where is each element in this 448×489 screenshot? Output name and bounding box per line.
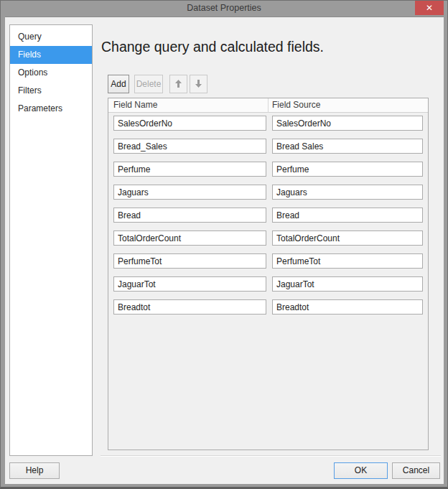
field-name-input[interactable]	[113, 185, 266, 200]
down-arrow-icon	[190, 80, 207, 88]
table-row	[108, 116, 428, 131]
column-header-field-name: Field Name	[113, 100, 157, 110]
sidebar-item-fields[interactable]: Fields	[10, 46, 92, 64]
field-name-input[interactable]	[113, 162, 266, 177]
sidebar-item-filters[interactable]: Filters	[10, 82, 92, 100]
field-source-input[interactable]	[272, 299, 423, 315]
field-source-input[interactable]	[272, 276, 423, 292]
delete-button[interactable]: Delete	[134, 75, 163, 93]
field-source-input[interactable]	[272, 139, 423, 154]
add-button[interactable]: Add	[108, 75, 129, 93]
help-button[interactable]: Help	[9, 462, 60, 479]
sidebar-nav: Query Fields Options Filters Parameters	[9, 24, 93, 456]
field-name-input[interactable]	[113, 116, 266, 131]
sidebar-item-options[interactable]: Options	[10, 64, 92, 82]
table-row	[108, 299, 428, 315]
field-source-input[interactable]	[272, 185, 423, 200]
table-row	[108, 185, 428, 200]
cancel-button[interactable]: Cancel	[392, 462, 440, 479]
window-title: Dataset Properties	[1, 3, 447, 13]
move-down-button[interactable]	[190, 75, 207, 93]
sidebar-item-parameters[interactable]: Parameters	[10, 100, 92, 118]
field-name-input[interactable]	[113, 139, 266, 154]
sidebar-item-query[interactable]: Query	[10, 28, 92, 46]
page-title: Change query and calculated fields.	[101, 39, 324, 55]
field-name-input[interactable]	[113, 299, 266, 315]
close-icon[interactable]: ✕	[415, 1, 444, 15]
up-arrow-icon	[170, 80, 187, 88]
field-name-input[interactable]	[113, 208, 266, 223]
table-row	[108, 162, 428, 177]
field-name-input[interactable]	[113, 276, 266, 292]
field-name-input[interactable]	[113, 230, 266, 246]
ok-button[interactable]: OK	[334, 462, 388, 479]
table-row	[108, 230, 428, 246]
table-row	[108, 276, 428, 292]
field-source-input[interactable]	[272, 253, 423, 269]
title-bar[interactable]: Dataset Properties ✕	[1, 1, 447, 16]
dialog-body: Query Fields Options Filters Parameters …	[5, 17, 444, 484]
field-name-input[interactable]	[113, 253, 266, 269]
fields-table: Field Name Field Source	[108, 98, 429, 450]
footer-separator	[101, 455, 441, 457]
table-row	[108, 208, 428, 223]
field-source-input[interactable]	[272, 162, 423, 177]
field-rows	[108, 113, 428, 450]
dataset-properties-dialog: Dataset Properties ✕ Query Fields Option…	[0, 0, 448, 489]
column-header-field-source: Field Source	[272, 100, 320, 110]
move-up-button[interactable]	[169, 75, 187, 93]
field-source-input[interactable]	[272, 208, 423, 223]
table-row	[108, 139, 428, 154]
fields-table-header: Field Name Field Source	[108, 98, 428, 113]
column-divider	[268, 98, 269, 113]
table-row	[108, 253, 428, 269]
field-source-input[interactable]	[272, 116, 423, 131]
field-source-input[interactable]	[272, 230, 423, 246]
